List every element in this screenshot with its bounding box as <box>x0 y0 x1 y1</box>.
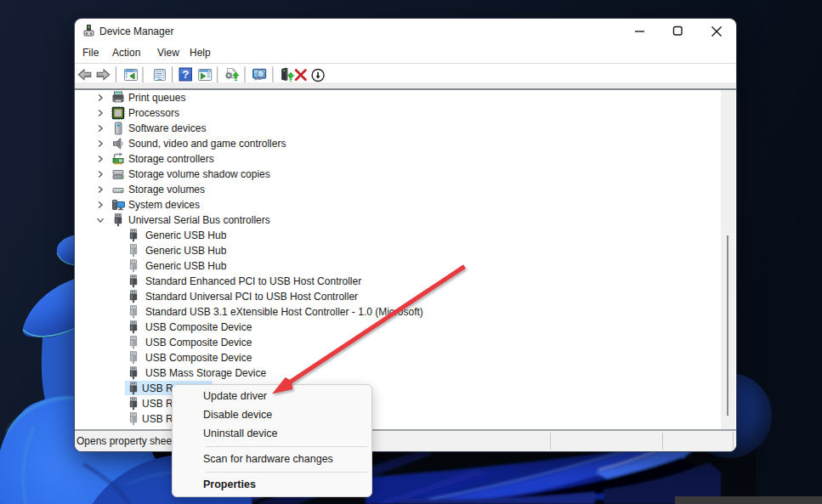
svg-text:?: ? <box>182 69 189 81</box>
